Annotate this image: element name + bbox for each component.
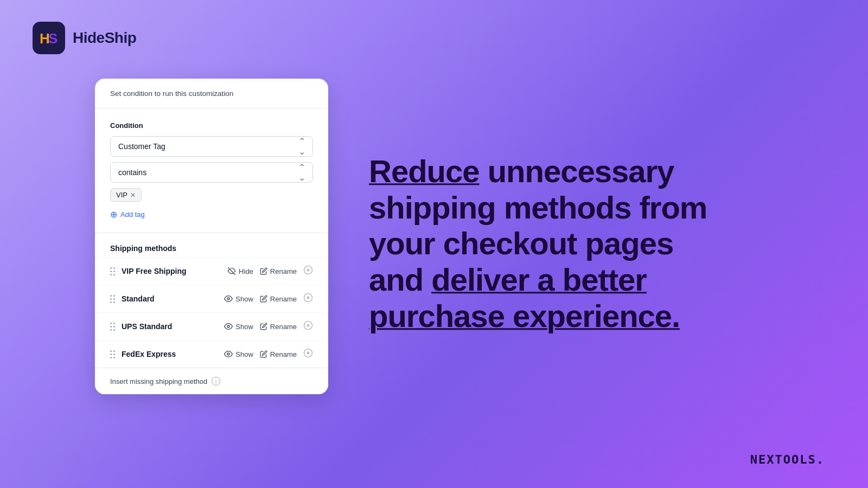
condition-select-wrapper[interactable]: Customer Tag ⌃⌄ xyxy=(110,136,313,157)
card-header: Set condition to run this customization xyxy=(95,79,328,108)
nextools-logo: NEXTOOLS. xyxy=(750,453,825,466)
hero-deliver: deliver a better xyxy=(431,262,647,297)
remove-icon-vip xyxy=(303,265,313,275)
show-action-standard[interactable]: Show xyxy=(224,294,253,303)
show-icon-ups xyxy=(224,322,233,331)
hero-reduce: Reduce xyxy=(369,153,480,189)
tag-vip: VIP ✕ xyxy=(110,188,142,202)
hide-action-vip[interactable]: Hide xyxy=(227,267,253,275)
hero-shipping-methods: shipping methods from xyxy=(369,190,707,225)
svg-point-10 xyxy=(227,325,229,328)
show-icon-fedex xyxy=(224,350,233,358)
brand-name: HideShip xyxy=(73,29,136,47)
drag-handle-standard[interactable] xyxy=(110,295,115,303)
rename-action-fedex[interactable]: Rename xyxy=(260,350,297,358)
remove-button-fedex[interactable] xyxy=(303,348,313,360)
rename-icon-fedex xyxy=(260,350,267,358)
hero-checkout-pages: your checkout pages xyxy=(369,226,673,261)
condition-label: Condition xyxy=(110,121,313,130)
insert-bar: Insert missing shipping method i xyxy=(95,368,328,394)
show-icon-standard xyxy=(224,294,233,303)
rename-icon-ups xyxy=(260,323,267,330)
card-header-text: Set condition to run this customization xyxy=(110,89,233,98)
operator-select[interactable]: contains xyxy=(110,162,313,183)
condition-section: Condition Customer Tag ⌃⌄ contains ⌃⌄ VI… xyxy=(95,108,328,233)
shipping-section-title: Shipping methods xyxy=(95,244,328,253)
remove-icon-ups xyxy=(303,320,313,330)
rename-action-ups[interactable]: Rename xyxy=(260,323,297,331)
add-tag-label: Add tag xyxy=(120,210,145,219)
info-icon[interactable]: i xyxy=(212,377,220,386)
remove-icon-fedex xyxy=(303,348,313,358)
logo-area: H S HideShip xyxy=(33,22,136,54)
insert-label: Insert missing shipping method xyxy=(110,377,207,386)
add-tag-button[interactable]: ⊕ Add tag xyxy=(110,209,145,220)
hero-heading: Reduce unnecessary shipping methods from… xyxy=(369,153,825,334)
condition-card: Set condition to run this customization … xyxy=(95,79,328,394)
tag-vip-label: VIP xyxy=(116,191,127,199)
shipping-row-fedex: FedEx Express Show Rename xyxy=(95,340,328,368)
condition-select[interactable]: Customer Tag xyxy=(110,136,313,157)
logo-box: H S xyxy=(33,22,65,54)
method-name-ups: UPS Standard xyxy=(122,322,218,331)
hero-unnecessary: unnecessary xyxy=(480,153,674,189)
show-action-ups[interactable]: Show xyxy=(224,322,253,331)
shipping-methods-section: Shipping methods VIP Free Shipping Hide … xyxy=(95,233,328,368)
svg-point-14 xyxy=(227,353,229,355)
operator-select-wrapper[interactable]: contains ⌃⌄ xyxy=(110,162,313,183)
svg-point-6 xyxy=(227,298,229,300)
hero-text-area: Reduce unnecessary shipping methods from… xyxy=(369,153,825,334)
remove-button-vip[interactable] xyxy=(303,265,313,277)
shipping-row-vip: VIP Free Shipping Hide Rename xyxy=(95,257,328,285)
method-name-vip: VIP Free Shipping xyxy=(122,267,221,275)
remove-button-ups[interactable] xyxy=(303,320,313,332)
rename-icon-vip xyxy=(260,267,267,275)
add-tag-plus-icon: ⊕ xyxy=(110,209,117,220)
shipping-row-standard: Standard Show Rename xyxy=(95,285,328,312)
drag-handle-vip[interactable] xyxy=(110,267,115,275)
show-action-fedex[interactable]: Show xyxy=(224,350,253,358)
drag-handle-ups[interactable] xyxy=(110,323,115,331)
method-name-standard: Standard xyxy=(122,294,218,303)
tag-vip-remove[interactable]: ✕ xyxy=(130,192,136,198)
hero-purchase: purchase experience. xyxy=(369,298,680,333)
rename-action-standard[interactable]: Rename xyxy=(260,295,297,303)
drag-handle-fedex[interactable] xyxy=(110,350,115,358)
rename-icon-standard xyxy=(260,295,267,303)
hideship-logo-icon: H S xyxy=(39,29,59,47)
svg-text:S: S xyxy=(48,30,58,47)
hide-icon-vip xyxy=(227,267,236,275)
hero-and: and xyxy=(369,262,431,297)
rename-action-vip[interactable]: Rename xyxy=(260,267,297,275)
shipping-row-ups: UPS Standard Show Rename xyxy=(95,312,328,340)
remove-icon-standard xyxy=(303,293,313,303)
method-name-fedex: FedEx Express xyxy=(122,350,218,358)
remove-button-standard[interactable] xyxy=(303,293,313,305)
tags-area: VIP ✕ xyxy=(110,188,313,202)
